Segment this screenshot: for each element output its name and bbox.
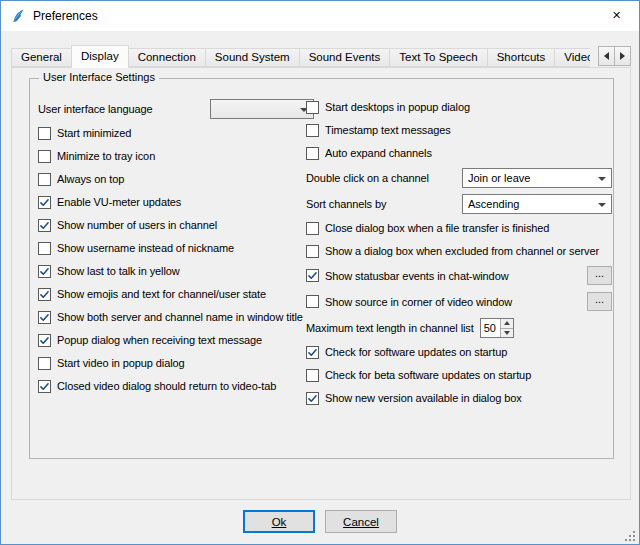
checkbox[interactable]	[38, 265, 51, 278]
cancel-button[interactable]: Cancel	[325, 510, 397, 533]
left-checkbox-list: Start minimizedMinimize to tray iconAlwa…	[38, 125, 314, 394]
checkbox[interactable]	[38, 127, 51, 140]
group-title: User Interface Settings	[39, 71, 159, 83]
tab-text-to-speech[interactable]: Text To Speech	[389, 48, 487, 67]
checkbox-row[interactable]: Minimize to tray icon	[38, 148, 314, 164]
checkbox[interactable]	[306, 147, 319, 160]
checkbox-label: Show a dialog box when excluded from cha…	[325, 245, 599, 257]
checkbox-row[interactable]: Show a dialog box when excluded from cha…	[306, 243, 612, 259]
checkbox[interactable]	[306, 392, 319, 405]
checkbox-label: Show username instead of nickname	[57, 242, 234, 254]
checkbox-label: Enable VU-meter updates	[57, 196, 181, 208]
checkbox-row[interactable]: Start video in popup dialog	[38, 355, 314, 371]
user-interface-settings-group: User Interface Settings User interface l…	[29, 78, 614, 459]
checkbox[interactable]	[38, 196, 51, 209]
checkbox-row[interactable]: Check for software updates on startup	[306, 344, 612, 360]
resize-grip-icon[interactable]	[623, 528, 636, 541]
checkbox[interactable]	[306, 101, 319, 114]
chevron-down-icon	[598, 177, 606, 181]
checkbox-row[interactable]: Show username instead of nickname	[38, 240, 314, 256]
checkbox[interactable]	[306, 269, 319, 282]
checkbox-label: Start video in popup dialog	[57, 357, 185, 369]
language-select[interactable]	[210, 99, 314, 119]
spin-value[interactable]: 50	[481, 319, 500, 337]
checkbox-row[interactable]: Always on top	[38, 171, 314, 187]
more-button[interactable]: ...	[587, 292, 612, 311]
tab-scroll-left-button[interactable]	[598, 46, 615, 66]
checkbox-row[interactable]: Show statusbar events in chat-window...	[306, 266, 612, 285]
tab-shortcuts[interactable]: Shortcuts	[487, 48, 556, 67]
checkbox[interactable]	[38, 242, 51, 255]
checkbox-row[interactable]: Popup dialog when receiving text message	[38, 332, 314, 348]
language-row: User interface language	[38, 99, 314, 119]
checkbox-row[interactable]: Start minimized	[38, 125, 314, 141]
checkbox-row[interactable]: Enable VU-meter updates	[38, 194, 314, 210]
footer: Ok Cancel	[1, 510, 639, 533]
tab-display[interactable]: Display	[71, 45, 129, 68]
checkbox-label: Start desktops in popup dialog	[325, 101, 470, 113]
checkbox[interactable]	[306, 222, 319, 235]
checkbox-label: Show last to talk in yellow	[57, 265, 180, 277]
checkbox-label: Show emojis and text for channel/user st…	[57, 288, 266, 300]
checkbox[interactable]	[38, 150, 51, 163]
ok-button[interactable]: Ok	[243, 510, 315, 533]
spin-down-button[interactable]	[500, 329, 513, 338]
titlebar[interactable]: Preferences ✕	[1, 1, 639, 31]
spin-buttons	[500, 319, 513, 337]
checkbox[interactable]	[38, 288, 51, 301]
ok-button-label: Ok	[272, 516, 287, 528]
checkbox[interactable]	[306, 124, 319, 137]
checkbox-label: Check for beta software updates on start…	[325, 369, 531, 381]
tab-scroll-right-button[interactable]	[614, 46, 631, 66]
more-button[interactable]: ...	[587, 266, 612, 285]
combo-row: Sort channels byAscending	[306, 194, 612, 214]
checkbox-label: Show number of users in channel	[57, 219, 217, 231]
checkbox-label: Check for software updates on startup	[325, 346, 507, 358]
checkbox-row[interactable]: Timestamp text messages	[306, 122, 612, 138]
checkbox-label: Start minimized	[57, 127, 131, 139]
checkbox-row[interactable]: Show number of users in channel	[38, 217, 314, 233]
checkbox-label: Show source in corner of video window	[325, 296, 512, 308]
tab-scroll	[599, 46, 631, 66]
combo-label: Sort channels by	[306, 198, 386, 210]
close-button[interactable]: ✕	[594, 1, 639, 30]
checkbox-row[interactable]: Start desktops in popup dialog	[306, 99, 612, 115]
checkbox-row[interactable]: Close dialog box when a file transfer is…	[306, 220, 612, 236]
checkbox[interactable]	[306, 346, 319, 359]
checkbox-row[interactable]: Check for beta software updates on start…	[306, 367, 612, 383]
checkbox[interactable]	[38, 357, 51, 370]
checkbox[interactable]	[38, 173, 51, 186]
spin-input[interactable]: 50	[480, 318, 514, 338]
dropdown-select[interactable]: Ascending	[462, 194, 612, 214]
dropdown-select[interactable]: Join or leave	[462, 168, 612, 188]
tab-video[interactable]: Video	[554, 48, 590, 67]
combo-label: Double click on a channel	[306, 172, 429, 184]
checkbox-row[interactable]: Show new version available in dialog box	[306, 390, 612, 406]
checkbox[interactable]	[306, 295, 319, 308]
checkbox[interactable]	[306, 245, 319, 258]
checkbox-row[interactable]: Show source in corner of video window...	[306, 292, 612, 311]
checkbox-label: Closed video dialog should return to vid…	[57, 380, 276, 392]
chevron-right-icon	[620, 52, 625, 60]
checkbox[interactable]	[306, 369, 319, 382]
checkbox[interactable]	[38, 334, 51, 347]
checkbox-row[interactable]: Closed video dialog should return to vid…	[38, 378, 314, 394]
tab-label: Video	[564, 51, 590, 63]
tab-bar: GeneralDisplayConnectionSound SystemSoun…	[11, 45, 631, 67]
tab-connection[interactable]: Connection	[128, 48, 206, 67]
checkbox-row[interactable]: Show last to talk in yellow	[38, 263, 314, 279]
checkbox[interactable]	[38, 380, 51, 393]
checkbox-row[interactable]: Show both server and channel name in win…	[38, 309, 314, 325]
tab-general[interactable]: General	[11, 48, 72, 67]
left-settings-column: User interface language Start minimizedM…	[38, 99, 314, 401]
checkbox[interactable]	[38, 311, 51, 324]
checkbox-label: Minimize to tray icon	[57, 150, 155, 162]
checkbox[interactable]	[38, 219, 51, 232]
language-label: User interface language	[38, 103, 153, 115]
spin-up-button[interactable]	[500, 319, 513, 329]
checkbox-label: Show both server and channel name in win…	[57, 311, 303, 323]
tab-sound-system[interactable]: Sound System	[205, 48, 300, 67]
tab-sound-events[interactable]: Sound Events	[299, 48, 391, 67]
checkbox-row[interactable]: Show emojis and text for channel/user st…	[38, 286, 314, 302]
checkbox-row[interactable]: Auto expand channels	[306, 145, 612, 161]
